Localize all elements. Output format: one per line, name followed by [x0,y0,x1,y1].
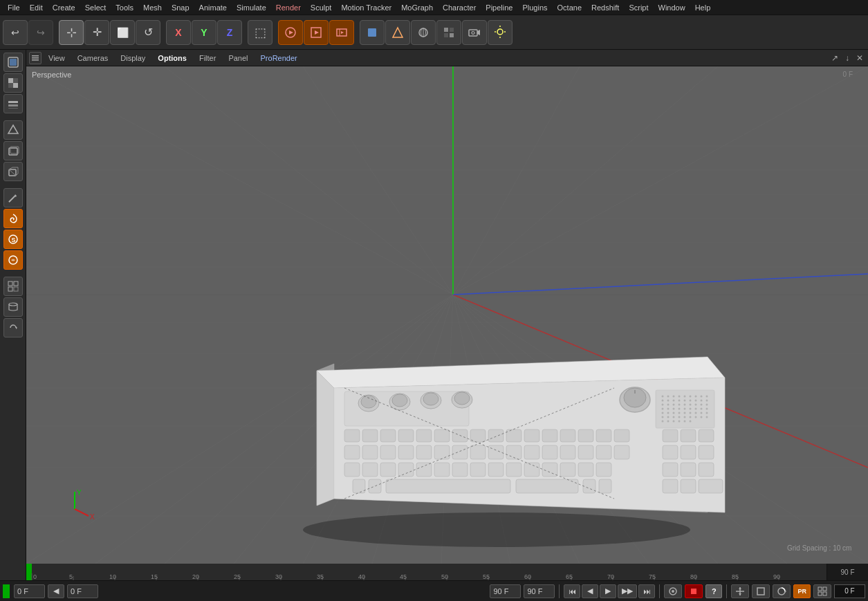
svg-rect-203 [578,445,593,459]
svg-point-146 [706,408,708,410]
render-region-button[interactable] [329,20,354,45]
goto-start-button[interactable]: ⏮ [564,584,580,598]
svg-rect-189 [699,429,714,442]
svg-point-155 [706,412,708,414]
object-mode-button[interactable] [360,20,385,45]
camera-button[interactable] [462,20,487,45]
play-button[interactable]: ▶ [600,584,616,598]
menu-file[interactable]: File [3,2,25,13]
light-button[interactable] [488,20,513,45]
edit-mode-button[interactable] [385,20,410,45]
svg-text:80: 80 [690,573,697,580]
viewport-expand-button[interactable]: ↗ [829,53,840,64]
tab-panel[interactable]: Panel [223,53,253,64]
rotate-icon-button[interactable] [3,318,23,338]
record-button[interactable] [664,584,682,598]
menu-tools[interactable]: Tools [111,2,138,13]
render-view-button[interactable] [278,20,303,45]
tab-prorender[interactable]: ProRender [255,53,303,64]
box3-button[interactable] [3,162,23,181]
keyframe-button[interactable] [813,584,831,598]
tab-display[interactable]: Display [115,53,151,64]
menu-create[interactable]: Create [48,2,80,13]
menu-render[interactable]: Render [271,2,306,13]
x-axis-button[interactable]: X [166,20,191,45]
menu-help[interactable]: Help [690,2,716,13]
viewport-down-button[interactable]: ↓ [843,53,851,64]
move-tool-button[interactable]: ✛ [84,20,109,45]
tab-filter[interactable]: Filter [194,53,221,64]
3d-viewport[interactable]: Y X Grid Spacing : 10 cm 0 F Perspective [26,66,868,564]
help-button[interactable]: ? [705,584,722,598]
svg-rect-224 [663,463,678,477]
redo-button[interactable]: ↪ [28,20,53,45]
svg-rect-49 [8,287,12,291]
preview-end-input[interactable] [524,584,555,598]
box-button[interactable] [3,141,23,160]
stop-record-button[interactable] [685,584,703,598]
rotate-tool-button[interactable]: ↺ [136,20,160,45]
stack-button[interactable] [3,297,23,317]
render-button[interactable] [304,20,329,45]
select-tool-button[interactable]: ⊹ [59,20,84,45]
tab-options[interactable]: Options [152,53,192,64]
z-axis-button[interactable]: Z [217,20,242,45]
layers-button[interactable] [3,94,23,113]
viewport-shading-button[interactable] [3,53,23,72]
menu-mograph[interactable]: MoGraph [396,2,438,13]
menu-select[interactable]: Select [80,2,111,13]
menu-character[interactable]: Character [438,2,481,13]
move-mode-button[interactable] [731,584,749,598]
svg-point-166 [667,420,670,423]
menu-animate[interactable]: Animate [194,2,232,13]
menu-plugins[interactable]: Plugins [517,2,552,13]
dollar-button[interactable]: S [3,230,23,249]
scale-mode-button[interactable] [752,584,770,598]
svg-rect-26 [32,59,39,61]
end-frame-input[interactable] [490,584,521,598]
timeline-track[interactable]: 0 5 10 15 20 25 30 35 40 45 50 [26,564,827,580]
hook-button[interactable] [3,209,23,228]
object-tool-button[interactable] [3,120,23,140]
scale-tool-button[interactable]: ⬜ [110,20,135,45]
y-axis-button[interactable]: Y [192,20,216,45]
viewport-menu-button[interactable] [29,52,41,64]
menu-simulate[interactable]: Simulate [232,2,271,13]
rotate-mode-button[interactable] [773,584,791,598]
svg-point-150 [678,412,681,414]
svg-point-129 [662,404,664,406]
current-frame-input[interactable] [67,584,98,598]
checker-button[interactable] [3,73,23,93]
undo-button[interactable]: ↩ [3,20,28,45]
frame-step-down[interactable]: ◀ [48,584,64,598]
tab-cameras[interactable]: Cameras [72,53,114,64]
menu-pipeline[interactable]: Pipeline [481,2,517,13]
svg-point-115 [684,396,686,398]
menu-snap[interactable]: Snap [167,2,194,13]
current-frame-display: 90 F [840,568,854,576]
svg-point-165 [662,420,664,423]
texture-mode-button[interactable] [411,20,436,45]
tab-view[interactable]: View [43,53,71,64]
grid-layer-button[interactable] [3,277,23,296]
viewport-close-button[interactable]: ✕ [854,53,865,64]
prorender-button[interactable]: PR [793,584,811,598]
menu-window[interactable]: Window [654,2,690,13]
svg-point-104 [423,393,438,405]
prev-frame-button[interactable]: ◀ [582,584,598,598]
display-mode-button[interactable] [436,20,461,45]
sculpt-button[interactable] [3,250,23,270]
pen-button[interactable] [3,188,23,207]
menu-redshift[interactable]: Redshift [587,2,624,13]
menu-sculpt[interactable]: Sculpt [306,2,337,13]
menu-script[interactable]: Script [624,2,653,13]
play-reverse-button[interactable]: ▶▶ [618,584,637,598]
goto-end-button[interactable]: ⏭ [638,584,655,598]
svg-marker-6 [341,31,344,34]
menu-motion-tracker[interactable]: Motion Tracker [336,2,396,13]
start-frame-input[interactable]: 0 F [14,584,45,598]
menu-mesh[interactable]: Mesh [138,2,167,13]
menu-edit[interactable]: Edit [25,2,48,13]
menu-octane[interactable]: Octane [553,2,587,13]
coord-button[interactable]: ⬚ [248,20,273,45]
